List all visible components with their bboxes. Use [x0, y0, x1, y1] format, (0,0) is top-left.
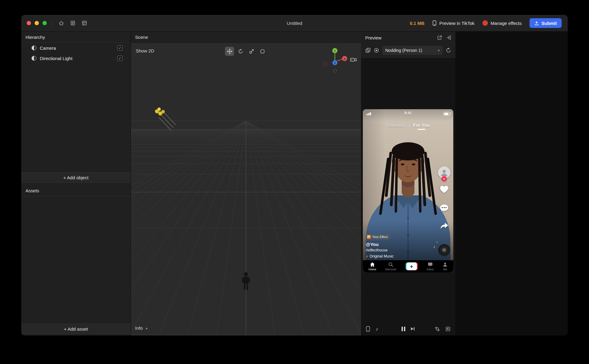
device-toggle-button[interactable]: [366, 326, 370, 332]
assets-header: Assets: [21, 185, 131, 196]
comment-button[interactable]: [440, 204, 449, 212]
main-area: Hierarchy Camera Directional Light + Add…: [21, 32, 568, 335]
plus-icon: +: [407, 262, 417, 270]
music-note-icon: ♪: [366, 254, 368, 258]
add-object-button[interactable]: + Add object: [21, 172, 131, 183]
preview-title: Preview: [365, 35, 437, 40]
home-nav-icon: [370, 262, 375, 267]
playback-right-group: [435, 325, 451, 333]
visibility-checkbox[interactable]: [117, 45, 123, 51]
nav-discover-label: Discover: [385, 268, 397, 271]
viewport-toolbar: [225, 47, 267, 56]
disc-icon: [438, 244, 450, 256]
phone-preview: 9:41 Following For You +: [363, 109, 453, 272]
record-button[interactable]: [374, 48, 379, 53]
nav-home-label: Home: [369, 268, 376, 271]
rotate-tool-button[interactable]: [236, 47, 245, 56]
caret-up-icon: ▲: [145, 326, 148, 330]
preview-in-tiktok-label: Preview in TikTok: [439, 21, 475, 26]
skip-next-icon: [410, 326, 415, 331]
camera-preview-button[interactable]: [350, 57, 357, 62]
like-button[interactable]: [440, 185, 449, 194]
username[interactable]: @You: [366, 242, 393, 247]
motion-selector-value: Nodding (Person 1): [385, 48, 436, 53]
share-button[interactable]: [440, 222, 449, 230]
zoom-button[interactable]: [43, 21, 47, 25]
motion-selector-dropdown[interactable]: Nodding (Person 1) ▾: [382, 46, 443, 55]
playback-center-group: [401, 325, 415, 333]
templates-button[interactable]: [80, 19, 89, 28]
tree-row-camera[interactable]: Camera: [21, 43, 131, 53]
fit-screen-icon: [445, 326, 451, 332]
rotate-icon: [238, 49, 243, 54]
hierarchy-panel: Hierarchy Camera Directional Light + Add…: [21, 32, 131, 335]
scale-tool-button[interactable]: [247, 47, 256, 56]
nav-inbox[interactable]: Inbox: [427, 262, 434, 271]
compare-button[interactable]: [365, 48, 371, 53]
add-asset-button[interactable]: + Add asset: [21, 324, 131, 334]
nav-me-label: Me: [443, 268, 447, 271]
nav-home[interactable]: Home: [369, 262, 376, 271]
visibility-checkbox[interactable]: [117, 56, 123, 61]
preview-header: Preview: [361, 32, 455, 44]
pop-out-button[interactable]: [446, 35, 451, 40]
tab-for-you[interactable]: For You: [413, 123, 430, 128]
music-row[interactable]: ♪ Original Music: [366, 254, 393, 258]
document-title: Untitled: [287, 21, 302, 26]
minimize-button[interactable]: [35, 21, 39, 25]
reset-preview-button[interactable]: [446, 48, 451, 53]
titlebar: Untitled 0.1 MB Preview in TikTok Manage…: [21, 15, 568, 32]
share-icon: [440, 222, 449, 230]
manage-effects-button[interactable]: Manage effects: [482, 20, 522, 26]
submit-button[interactable]: Submit: [529, 18, 562, 28]
preview-in-tiktok-button[interactable]: Preview in TikTok: [432, 20, 475, 26]
show-2d-button[interactable]: Show 2D: [136, 48, 154, 53]
me-icon: [443, 262, 448, 267]
pause-button[interactable]: [401, 327, 405, 331]
preview-controls: Nodding (Person 1) ▾: [361, 44, 455, 57]
signal-icon: [366, 112, 371, 115]
docs-icon: [70, 20, 76, 26]
axis-x-label: X: [344, 57, 346, 60]
perspective-grid: [131, 43, 361, 335]
fit-screen-button[interactable]: [445, 326, 451, 332]
titlebar-actions: 0.1 MB Preview in TikTok Manage effects …: [410, 18, 562, 28]
tab-separator: [409, 123, 410, 127]
effect-badge-label: Your Effect: [372, 235, 388, 239]
home-icon: [59, 20, 64, 26]
rect-icon: [260, 49, 265, 54]
home-button[interactable]: [57, 19, 66, 28]
nav-me[interactable]: Me: [443, 262, 448, 271]
info-toggle[interactable]: Info ▲: [135, 325, 148, 331]
info-label: Info: [135, 325, 143, 331]
follow-button[interactable]: +: [442, 176, 447, 181]
open-in-new-icon: [437, 35, 442, 40]
chevron-down-icon: ▾: [438, 49, 440, 52]
tab-following[interactable]: Following: [386, 123, 405, 128]
rect-tool-button[interactable]: [258, 47, 267, 56]
preview-playback-controls: ♪: [361, 325, 455, 333]
next-frame-button[interactable]: [410, 326, 415, 331]
pause-icon: [404, 327, 405, 331]
scene-viewport[interactable]: Show 2D: [131, 43, 361, 335]
axis-gizmo[interactable]: Y X Z: [319, 45, 353, 76]
effect-badge[interactable]: ★ Your Effect: [366, 234, 390, 240]
move-tool-button[interactable]: [225, 47, 234, 56]
manage-effects-label: Manage effects: [491, 21, 522, 26]
crop-button[interactable]: [435, 326, 440, 332]
crop-icon: [435, 326, 440, 332]
music-note-icon: ♪: [436, 240, 438, 244]
tiktok-view-button[interactable]: ♪: [376, 326, 378, 332]
pop-out-icon: [446, 35, 451, 40]
scene-panel: Scene: [131, 32, 361, 335]
create-button[interactable]: +: [406, 262, 418, 270]
docs-button[interactable]: [68, 19, 77, 28]
sound-disc[interactable]: ♪ ♪: [438, 244, 450, 256]
battery-icon: [443, 112, 450, 116]
close-button[interactable]: [27, 21, 31, 25]
hashtag[interactable]: #effecthouse: [366, 248, 393, 252]
tree-row-directional-light[interactable]: Directional Light: [21, 53, 131, 63]
nav-discover[interactable]: Discover: [385, 262, 397, 271]
effect-icon: ★: [367, 235, 371, 239]
open-in-new-button[interactable]: [437, 35, 442, 40]
